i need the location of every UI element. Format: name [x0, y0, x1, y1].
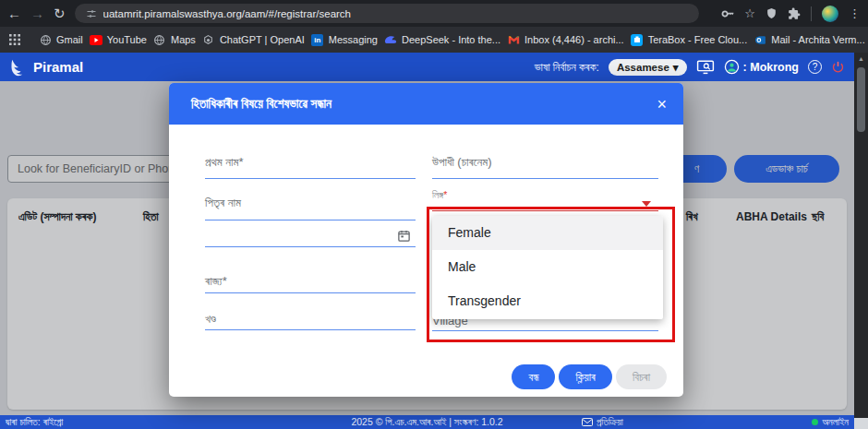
globe-icon [39, 33, 52, 46]
profile-avatar[interactable] [822, 6, 838, 22]
apps-grid-icon[interactable] [9, 34, 20, 45]
dialog-header: হিতাধিকাৰীৰ বিষয়ে বিশেষভাৱে সন্ধান × [169, 83, 683, 125]
reload-icon[interactable]: ↻ [54, 6, 66, 20]
toolbar-actions: ☆ ⋮ [721, 6, 861, 22]
chevron-down-icon: ▾ [673, 61, 679, 74]
dialog-title: হিতাধিকাৰীৰ বিষয়ে বিশেষভাৱে সন্ধান [191, 97, 332, 112]
screen-search-icon[interactable] [696, 60, 715, 75]
surname-input[interactable] [432, 178, 658, 179]
close-button[interactable]: বন্ধ [512, 364, 555, 389]
browser-window: ← → ↻ uatamrit.piramalswasthya.org/aam/#… [0, 0, 868, 429]
village-input[interactable] [432, 330, 658, 331]
bookmark-inbox[interactable]: Inbox (4,446) - archi... [507, 33, 624, 46]
calendar-icon[interactable] [397, 229, 411, 243]
header-actions: ভাষা নিৰ্বাচন কৰক: Assamese ▾ : Mokrong … [535, 59, 845, 76]
gender-select[interactable] [432, 210, 658, 211]
block-label: খণ্ড [205, 312, 216, 327]
copyright-text: 2025 © পি.এচ.এম.আৰ.আই | সংস্কৰণ: 1.0.2 [0, 416, 854, 428]
online-status: অনলাইন [812, 416, 849, 428]
url-text: uatamrit.piramalswasthya.org/aam/#/regis… [103, 8, 351, 19]
back-icon[interactable]: ← [7, 6, 21, 20]
gender-option-female[interactable]: Female [432, 216, 663, 250]
feedback-link[interactable]: প্ৰতিক্ৰিয়া [582, 416, 623, 428]
clear-button[interactable]: ক্লিয়াৰ [559, 364, 611, 389]
bookmarks-bar: Gmail YouTube Maps ChatGPT | OpenAI in M… [0, 27, 868, 53]
bookmark-messaging[interactable]: in Messaging [311, 33, 378, 46]
state-label: ৰাজ্য* [205, 274, 227, 289]
language-select-label: ভাষা নিৰ্বাচন কৰক: [535, 61, 599, 74]
logout-power-icon[interactable] [831, 60, 845, 74]
page-viewport: Piramal ভাষা নিৰ্বাচন কৰক: Assamese ▾ : … [0, 53, 868, 429]
youtube-icon [90, 33, 102, 46]
site-settings-icon[interactable] [86, 8, 97, 19]
online-dot-icon [812, 419, 818, 425]
select-caret-icon[interactable] [642, 201, 651, 207]
page-scrollbar[interactable]: ▲ [854, 53, 868, 429]
envelope-icon [582, 418, 593, 426]
browser-toolbar: ← → ↻ uatamrit.piramalswasthya.org/aam/#… [0, 0, 868, 27]
gender-option-transgender[interactable]: Transgender [432, 284, 663, 318]
shield-icon[interactable] [766, 7, 778, 19]
close-icon[interactable]: × [657, 96, 667, 113]
bookmark-chatgpt[interactable]: ChatGPT | OpenAI [202, 33, 305, 46]
openai-icon [202, 33, 215, 46]
user-avatar-icon [724, 59, 740, 75]
state-select[interactable] [205, 292, 416, 293]
outlook-icon [753, 33, 766, 46]
father-name-label: পিতৃৰ নাম [205, 196, 241, 210]
gender-dropdown-menu: Female Male Transgender [432, 216, 663, 319]
bookmark-deepseek[interactable]: DeepSeek - Into the... [384, 33, 500, 46]
chrome-menu-icon[interactable]: ⋮ [849, 6, 861, 20]
powered-by-text: দ্বাৰা চালিত: ৰাইগ্ৰো [6, 416, 63, 428]
gender-option-male[interactable]: Male [432, 250, 663, 284]
app-footer: দ্বাৰা চালিত: ৰাইগ্ৰো 2025 © পি.এচ.এম.আৰ… [0, 415, 854, 429]
language-select[interactable]: Assamese ▾ [609, 59, 687, 76]
scrollbar-corner [854, 418, 868, 429]
bookmark-terabox[interactable]: TeraBox - Free Clou... [631, 33, 748, 46]
bookmark-star-icon[interactable]: ☆ [744, 7, 755, 19]
piramal-logo: Piramal [9, 58, 83, 77]
main-content: ণ এডভাঞ্চ চাৰ্চ এডিট (সম্পাদনা কৰক) হিতা… [0, 81, 854, 415]
gmail-icon [507, 33, 520, 46]
scrollbar-thumb[interactable] [857, 67, 865, 132]
dialog-buttons: বন্ধ ক্লিয়াৰ বিচৰা [512, 364, 667, 389]
linkedin-icon: in [311, 33, 324, 46]
password-key-icon[interactable] [721, 7, 734, 20]
toolbar-divider [811, 6, 812, 21]
address-bar[interactable]: uatamrit.piramalswasthya.org/aam/#/regis… [75, 4, 699, 23]
help-icon[interactable]: ? [808, 60, 822, 74]
gender-label: লিঙ্গ* [432, 189, 447, 201]
father-name-input[interactable] [205, 220, 416, 220]
bookmark-outlook-mail[interactable]: Mail - Archita Verm... [753, 33, 864, 46]
surname-label: উপাধী (চাৰনেম) [432, 155, 492, 170]
forward-icon[interactable]: → [30, 6, 44, 20]
dob-input[interactable] [205, 246, 416, 247]
bookmark-gmail[interactable]: Gmail [39, 33, 83, 46]
terabox-icon [631, 33, 644, 46]
first-name-input[interactable] [205, 178, 416, 179]
search-button[interactable]: বিচৰা [616, 364, 667, 389]
first-name-label: প্ৰথম নাম* [205, 155, 244, 170]
extensions-puzzle-icon[interactable] [788, 7, 801, 20]
block-select[interactable] [205, 329, 416, 330]
deepseek-icon [384, 33, 397, 46]
globe-icon [153, 33, 166, 46]
bookmark-maps[interactable]: Maps [153, 33, 196, 46]
app-header: Piramal ভাষা নিৰ্বাচন কৰক: Assamese ▾ : … [0, 53, 854, 81]
advanced-search-dialog: হিতাধিকাৰীৰ বিষয়ে বিশেষভাৱে সন্ধান × প্… [169, 83, 683, 397]
logged-in-user: : Mokrong [743, 61, 799, 74]
piramal-wing-icon [9, 58, 28, 77]
scroll-up-icon[interactable]: ▲ [854, 53, 868, 62]
bookmark-youtube[interactable]: YouTube [90, 33, 147, 46]
